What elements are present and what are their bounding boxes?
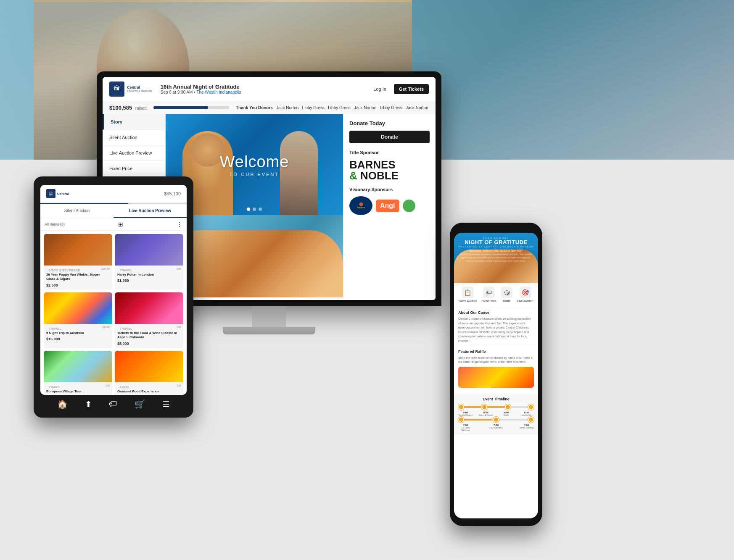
tablet-amount: $65,100 (164, 191, 181, 196)
pacers-label: Pacers (357, 206, 365, 209)
phone-frame: 14TH ANNUAL Night of Gratitude PRESENTED… (450, 223, 542, 526)
phone-timeline-title: Event Timeline (458, 397, 534, 401)
logo-text: Central (127, 86, 152, 90)
phone-raffle-section: Featured Raffle Shop the raffle to be se… (454, 346, 538, 391)
tablet-item-2-lot: Lot (177, 267, 181, 272)
donate-button[interactable]: Donate (349, 131, 430, 143)
timeline-dot-3 (505, 404, 511, 410)
phone-timeline-section: Event Timeline 5:00 Auction Opens (454, 394, 538, 435)
tablet-item-3[interactable]: TRAVEL Lot #6 5 Night Trip to Australia … (44, 292, 112, 348)
event-date: Sep 8 at 9:00 AM • The Westin Indianapol… (161, 90, 365, 95)
site-event-info: 16th Annual Night of Gratitude Sep 8 at … (161, 84, 365, 95)
tablet-logo-icon: 🏛 (46, 189, 55, 198)
tablet-logo-text: Central (57, 192, 69, 196)
phone-event-date: Saturday, January 29th 2023 at 5pm EST (458, 249, 534, 252)
tablet: 🏛 Central $65,100 Silent Auction Live Au… (34, 176, 193, 418)
sponsor-logos: 🏀 Pacers Angi (349, 196, 430, 215)
hero-carousel-dots (247, 208, 262, 211)
tablet-item-4-header: TRAVEL Lot (115, 324, 183, 330)
tablet-item-6[interactable]: FOOD Lot Gourmet Food Experience $3,200 (115, 351, 183, 395)
sidebar-item-story[interactable]: Story (103, 114, 165, 130)
tablet-logo: 🏛 Central (46, 189, 69, 198)
timeline-label-6: 7:00 CEO Remarks (489, 424, 504, 431)
login-button[interactable]: Log In (370, 85, 390, 93)
venue-link[interactable]: The Westin Indianapolis (196, 90, 241, 95)
thank-you-section: Thank You Donors Jack Norton Libby Gress… (236, 105, 429, 110)
hero-dot-3[interactable] (259, 208, 262, 211)
green-dot-sponsor (403, 200, 415, 212)
phone-icon-silent-auction[interactable]: 📋 Silent Auction (459, 287, 477, 302)
live-auction-label: Live Auction (517, 300, 533, 302)
tablet-screen: 🏛 Central $65,100 Silent Auction Live Au… (40, 185, 187, 395)
hero-dot-1[interactable] (247, 208, 250, 211)
phone-raffle-image (458, 367, 534, 388)
timeline-dot-1 (458, 404, 464, 410)
nav-home-icon[interactable]: 🏠 (57, 399, 68, 409)
tablet-item-3-category: TRAVEL (46, 326, 64, 330)
tablet-item-2-price: $1,950 (115, 278, 183, 285)
nav-cart-icon[interactable]: 🛒 (135, 399, 145, 409)
site-header: 🏛 Central Children's Museum 16th Annual … (103, 77, 436, 101)
timeline-dot-4 (528, 404, 534, 410)
phone-hero: 14TH ANNUAL Night of Gratitude PRESENTED… (454, 233, 538, 283)
phone-icon-live-auction[interactable]: 🎯 Live Auction (517, 287, 533, 302)
phone-icon-fixed-price[interactable]: 🏷 Fixed Price (481, 287, 496, 302)
tablet-tab-live-auction[interactable]: Live Auction Preview (114, 204, 187, 218)
raised-label: raised (135, 106, 147, 110)
timeline-labels-row1: 5:00 Auction Opens 6:00 Event & Dinner 8… (458, 411, 534, 416)
phone-event-desc: Gathering includes auctions, entertainme… (458, 253, 534, 263)
nav-upload-icon[interactable]: ⬆ (85, 399, 92, 409)
tablet-item-1-price: $2,500 (44, 282, 112, 290)
tablet-item-5-header: TRAVEL Lot (44, 382, 112, 389)
tablet-item-4[interactable]: TRAVEL Lot Tickets to the Food & Wine Cl… (115, 292, 183, 348)
logo-icon: 🏛 (109, 82, 124, 97)
tablet-item-2[interactable]: TRAVEL Lot Harry Potter in London $1,950 (115, 234, 183, 290)
progress-bar (153, 106, 229, 109)
barnes-noble-logo: BARNES & NOBLE (349, 159, 430, 181)
tablet-frame: 🏛 Central $65,100 Silent Auction Live Au… (34, 176, 193, 418)
phone-about-text: Central Children's Museum offers an exci… (458, 317, 534, 343)
pacers-logo: 🏀 Pacers (349, 196, 372, 215)
tablet-item-5[interactable]: TRAVEL Lot European Village Tour $8,500 (44, 351, 112, 395)
donor-names: Jack Norton Libby Gress Libby Gress Jack… (276, 105, 429, 110)
tablet-item-1-category: FOOD & BEVERAGE (46, 267, 83, 272)
nav-menu-icon[interactable]: ☰ (162, 399, 170, 409)
phone-raffle-title: Featured Raffle (458, 350, 534, 354)
timeline-event-1: Auction Opens (458, 414, 473, 416)
tablet-tabs: Silent Auction Live Auction Preview (40, 204, 187, 218)
timeline-dot-7 (528, 417, 534, 423)
tablet-menu-icon[interactable]: ⋮ (177, 221, 182, 228)
tablet-item-2-image (115, 234, 183, 266)
monitor-stand-base (223, 327, 315, 334)
timeline-label-1: 5:00 Auction Opens (458, 411, 473, 416)
sidebar-item-fixed-price[interactable]: Fixed Price (103, 161, 165, 176)
tablet-filter-text: All Items (8) (45, 222, 65, 226)
tablet-item-3-price: $15,000 (44, 336, 112, 344)
tablet-item-6-title: Gourmet Food Experience (115, 389, 183, 394)
tablet-items-grid: FOOD & BEVERAGE Lot #3 20 Year Pappy Van… (40, 231, 187, 395)
sidebar-item-live-auction[interactable]: Live Auction Preview (103, 145, 165, 161)
tablet-tab-silent-auction[interactable]: Silent Auction (40, 204, 114, 218)
tablet-item-5-lot: Lot (106, 384, 110, 389)
phone-icon-row: 📋 Silent Auction 🏷 Fixed Price 🎲 Raffle … (454, 283, 538, 306)
angi-logo: Angi (376, 200, 399, 212)
tablet-item-1[interactable]: FOOD & BEVERAGE Lot #3 20 Year Pappy Van… (44, 234, 112, 290)
tablet-item-6-lot: Lot (177, 384, 181, 389)
fixed-price-icon: 🏷 (483, 287, 495, 298)
nav-tag-icon[interactable]: 🏷 (109, 399, 117, 409)
tablet-item-5-category: TRAVEL (46, 384, 64, 389)
phone-icon-raffle[interactable]: 🎲 Raffle (501, 287, 512, 302)
get-tickets-button[interactable]: Get Tickets (394, 84, 429, 94)
live-auction-icon: 🎯 (520, 287, 531, 298)
tablet-item-6-category: FOOD (117, 384, 132, 389)
sidebar-item-silent-auction[interactable]: Silent Auction (103, 130, 165, 145)
timeline-label-7: 7:04 Raffle Drawing (519, 424, 534, 431)
tablet-item-4-price: $5,000 (115, 341, 183, 348)
hero-dot-2[interactable] (253, 208, 256, 211)
raffle-icon: 🎲 (501, 287, 512, 298)
timeline-event-7: Raffle Drawing (519, 426, 534, 429)
silent-auction-label: Silent Auction (459, 300, 477, 302)
tablet-grid-view-icon[interactable]: ⊞ (118, 221, 123, 228)
timeline-label-2: 6:00 Event & Dinner (478, 411, 493, 416)
phone-about-title: About Our Cause (458, 310, 534, 315)
